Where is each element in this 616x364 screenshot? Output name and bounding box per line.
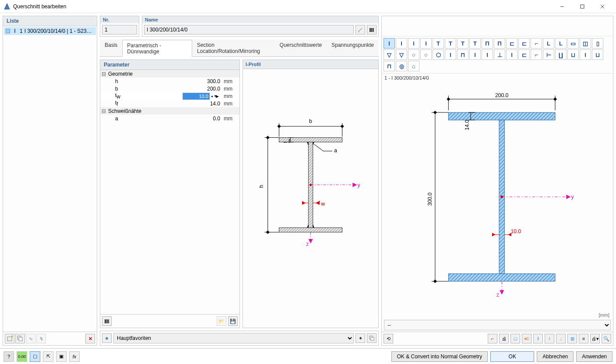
ok-button[interactable]: OK	[490, 351, 534, 362]
tab-values[interactable]: Querschnittswerte	[275, 39, 327, 56]
tab-basis[interactable]: Basis	[100, 39, 122, 56]
shape-option-28[interactable]: Ι	[506, 49, 517, 60]
shape-option-10[interactable]: ⊏	[506, 38, 517, 49]
svg-rect-9	[371, 28, 373, 32]
param-b[interactable]: b 200.0 mm	[100, 85, 239, 92]
shape-option-13[interactable]: L	[543, 38, 554, 49]
shape-option-3[interactable]: I	[420, 38, 432, 49]
tab-parametric[interactable]: Parametrisch - Dünnwandige	[122, 40, 192, 57]
print-preview-button[interactable]: 🖨	[499, 334, 509, 343]
print-button[interactable]: 🖨▾	[590, 334, 600, 343]
svg-rect-8	[370, 28, 371, 32]
shape-option-0[interactable]: I	[384, 38, 395, 49]
list-item[interactable]: I 1 I 300/200/10/14/0 | 1 - S235JR	[4, 27, 96, 35]
link2-button[interactable]: ↯	[36, 334, 46, 343]
list-view-button[interactable]: ≡	[579, 334, 588, 343]
param-tw[interactable]: tw ▲▼ ▶ mm	[100, 92, 239, 100]
shape-option-32[interactable]: ∐	[555, 49, 567, 60]
param-a[interactable]: a 0.0 mm	[100, 115, 239, 122]
step-right-icon[interactable]: ▶	[216, 94, 219, 98]
svg-text:14.0: 14.0	[464, 120, 470, 130]
shape-option-8[interactable]: Π	[482, 38, 493, 49]
shape-option-34[interactable]: I	[580, 49, 591, 60]
shape-option-5[interactable]: T	[445, 38, 456, 49]
shape-option-33[interactable]: ⊔	[567, 49, 579, 60]
param-library-button[interactable]	[102, 316, 112, 326]
shape-option-2[interactable]: I	[408, 38, 419, 49]
group-geometry[interactable]: ⊟ Geometrie	[100, 70, 239, 77]
save-button[interactable]: 💾	[228, 316, 238, 326]
new-item-button[interactable]: ✶	[5, 334, 14, 343]
shape-option-21[interactable]: ○	[420, 49, 432, 60]
favorites-select[interactable]: Hauptfavoriten	[113, 333, 354, 343]
link-button[interactable]: ∿	[26, 334, 35, 343]
shape-option-27[interactable]: ⊥	[494, 49, 505, 60]
apply-button[interactable]: Anwenden	[576, 351, 612, 362]
axes-toggle-button[interactable]: ⇱	[43, 351, 53, 362]
shape-option-26[interactable]: I	[482, 49, 493, 60]
copy-item-button[interactable]	[15, 334, 25, 343]
tab-section-location[interactable]: Section Location/Rotation/Mirroring	[192, 39, 275, 56]
grid-button[interactable]: ⊞	[567, 334, 577, 343]
shape-option-15[interactable]: ▭	[567, 38, 579, 49]
shape-option-1[interactable]: I	[396, 38, 407, 49]
shape-option-18[interactable]: ▽	[384, 49, 395, 60]
shape-option-31[interactable]: ⊢	[543, 49, 554, 60]
shape-option-12[interactable]: ⌐	[531, 38, 542, 49]
name-input[interactable]	[144, 25, 354, 35]
shape-option-16[interactable]: ◫	[580, 38, 591, 49]
search-button[interactable]: 🔍	[602, 334, 611, 343]
show-outline-button[interactable]: □	[510, 334, 520, 343]
viewport-button[interactable]: ▢	[30, 351, 40, 362]
show-section-button[interactable]: I	[533, 334, 543, 343]
cancel-button[interactable]: Abbrechen	[537, 351, 574, 362]
shape-option-23[interactable]: I	[445, 49, 456, 60]
shape-option-37[interactable]: ◎	[396, 61, 407, 71]
view-reset-button[interactable]: ⟲	[384, 334, 393, 343]
spinner-arrows[interactable]: ▲▼	[211, 94, 215, 98]
show-axes-button[interactable]: ⌐	[488, 334, 497, 343]
shape-option-30[interactable]: ⌐	[531, 49, 542, 60]
shape-option-9[interactable]: Π	[494, 38, 505, 49]
tab-stress[interactable]: Spannungspunkte	[327, 39, 379, 56]
shape-option-7[interactable]: T	[469, 38, 481, 49]
maximize-button[interactable]	[572, 0, 592, 13]
shape-option-36[interactable]: ⊓	[384, 61, 395, 71]
library-button[interactable]	[367, 25, 377, 35]
show-ids-button[interactable]: sC	[522, 334, 532, 343]
help-button[interactable]: ?	[4, 351, 14, 362]
shape-option-24[interactable]: ⊓	[457, 49, 468, 60]
nr-input[interactable]	[102, 25, 137, 35]
shape-option-4[interactable]: T	[433, 38, 444, 49]
units-button[interactable]: 0.00	[17, 351, 27, 362]
render-button[interactable]: ▣	[56, 351, 67, 362]
fav-copy-button[interactable]	[367, 333, 377, 343]
shape-option-11[interactable]: ⊏	[518, 38, 530, 49]
group-welds[interactable]: ⊟ Schweißnähte	[100, 107, 239, 115]
param-tf[interactable]: tf 14.0 mm	[100, 100, 239, 107]
shape-option-22[interactable]: ⬡	[433, 49, 444, 60]
tw-input[interactable]	[183, 93, 210, 100]
edit-name-button[interactable]	[356, 25, 365, 35]
delete-button[interactable]: ✕	[85, 334, 95, 343]
minimize-button[interactable]	[552, 0, 572, 13]
shape-option-6[interactable]: T	[457, 38, 468, 49]
state-select[interactable]: --	[384, 320, 611, 330]
shape-option-20[interactable]: ○	[408, 49, 419, 60]
open-button[interactable]: 📂	[217, 316, 226, 326]
close-button[interactable]	[592, 0, 612, 13]
fx-button[interactable]: fx	[69, 351, 80, 362]
convert-button[interactable]: OK & Convert into Normal Geometry	[391, 351, 488, 362]
show-weld-button[interactable]: ⟂	[556, 334, 566, 343]
param-h[interactable]: h 300.0 mm	[100, 77, 239, 85]
shape-option-25[interactable]: I	[469, 49, 481, 60]
shape-option-38[interactable]: ⌂	[408, 61, 419, 71]
dim-toggle-button[interactable]: I	[545, 334, 554, 343]
fav-new-button[interactable]: ✶	[356, 333, 365, 343]
shape-option-35[interactable]: ⊔	[592, 49, 603, 60]
shape-option-19[interactable]: ▽	[396, 49, 407, 60]
shape-option-29[interactable]: ⊏	[518, 49, 530, 60]
shape-option-14[interactable]: L	[555, 38, 567, 49]
shape-option-17[interactable]: ▯	[592, 38, 603, 49]
favorite-star-icon[interactable]: ★	[102, 333, 112, 343]
